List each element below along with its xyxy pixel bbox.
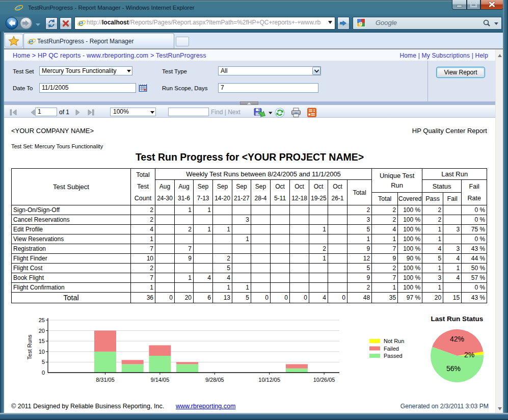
svg-text:10/12/05: 10/12/05: [258, 377, 280, 383]
svg-text:Not Run: Not Run: [384, 338, 404, 344]
svg-text:9/28/05: 9/28/05: [205, 377, 224, 383]
svg-text:2%: 2%: [464, 351, 474, 359]
svg-text:56%: 56%: [446, 364, 461, 373]
svg-text:5: 5: [42, 359, 45, 365]
svg-text:0: 0: [42, 370, 45, 376]
svg-text:g: g: [359, 20, 363, 26]
svg-text:8/31/05: 8/31/05: [96, 377, 115, 383]
svg-text:15: 15: [39, 338, 45, 344]
svg-text:e: e: [78, 19, 84, 27]
svg-text:42%: 42%: [450, 335, 464, 343]
svg-text:Passed: Passed: [384, 353, 403, 359]
svg-text:9/14/05: 9/14/05: [151, 377, 170, 383]
svg-text:Last Run Status: Last Run Status: [431, 315, 484, 323]
svg-text:e: e: [16, 4, 21, 12]
svg-text:Test Runs: Test Runs: [26, 334, 33, 359]
svg-text:20: 20: [39, 328, 45, 334]
svg-text:e: e: [29, 37, 34, 45]
svg-text:10/26/05: 10/26/05: [313, 377, 335, 383]
svg-text:25: 25: [39, 317, 45, 323]
svg-text:10: 10: [39, 349, 45, 355]
svg-text:Failed: Failed: [384, 346, 399, 352]
